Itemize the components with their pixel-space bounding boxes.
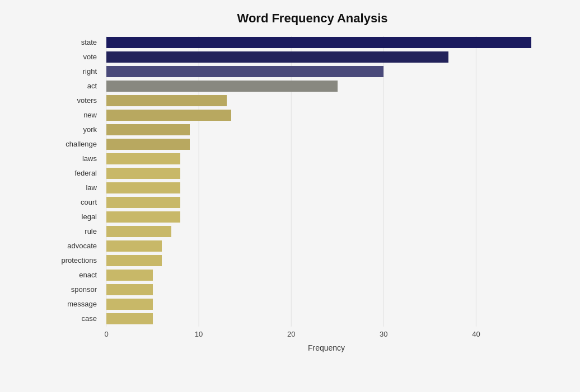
bar-label: court xyxy=(53,197,102,208)
bar-label: voters xyxy=(53,95,102,106)
bar-fill xyxy=(106,255,162,266)
bar-row: court xyxy=(106,196,541,209)
x-axis-ticks: 010203040 xyxy=(106,330,541,342)
bar-fill xyxy=(106,124,190,135)
bar-row: message xyxy=(106,297,541,311)
bar-row: sponsor xyxy=(106,283,541,296)
bar-row: law xyxy=(106,181,541,195)
bar-row: legal xyxy=(106,210,541,224)
bar-fill xyxy=(106,37,531,48)
bar-fill xyxy=(106,284,153,295)
bar-fill xyxy=(106,226,171,237)
bar-row: new xyxy=(106,108,541,122)
bars-container: statevoterightactvotersnewyorkchallengel… xyxy=(106,36,541,327)
bar-fill xyxy=(106,66,383,77)
bar-row: rule xyxy=(106,225,541,238)
bar-row: advocate xyxy=(106,239,541,253)
x-tick: 30 xyxy=(380,330,387,338)
x-axis-label: Frequency xyxy=(106,343,546,352)
bar-fill xyxy=(106,313,153,324)
bar-label: right xyxy=(53,66,102,77)
bar-row: act xyxy=(106,79,541,93)
bar-row: york xyxy=(106,123,541,136)
x-tick: 10 xyxy=(195,330,203,338)
bar-row: case xyxy=(106,312,541,325)
bar-row: federal xyxy=(106,167,541,180)
bar-label: message xyxy=(53,299,102,310)
bar-fill xyxy=(106,168,180,179)
bar-fill xyxy=(106,240,162,252)
bar-label: rule xyxy=(53,226,102,237)
chart-container: Word Frequency Analysis statevoterightac… xyxy=(0,0,580,392)
bar-label: act xyxy=(53,81,102,92)
bar-label: york xyxy=(53,124,102,135)
bar-row: laws xyxy=(106,152,541,166)
bar-fill xyxy=(106,81,338,92)
bar-label: enact xyxy=(53,270,102,281)
x-tick: 20 xyxy=(287,330,295,338)
bar-row: protections xyxy=(106,254,541,267)
bar-fill xyxy=(106,139,190,150)
bar-fill xyxy=(106,211,180,223)
bar-label: new xyxy=(53,110,102,121)
x-tick: 0 xyxy=(104,330,108,338)
bar-fill xyxy=(106,95,227,106)
x-tick: 40 xyxy=(472,330,480,338)
bar-row: voters xyxy=(106,94,541,107)
bar-label: law xyxy=(53,182,102,193)
bar-row: enact xyxy=(106,268,541,282)
bar-label: advocate xyxy=(53,240,102,252)
bar-row: right xyxy=(106,65,541,78)
bar-fill xyxy=(106,299,153,310)
x-axis: 010203040 Frequency xyxy=(106,330,546,352)
bar-fill xyxy=(106,270,153,281)
bar-label: state xyxy=(53,37,102,48)
bar-row: vote xyxy=(106,50,541,64)
bar-label: challenge xyxy=(53,139,102,150)
bar-fill xyxy=(106,51,448,63)
bar-label: vote xyxy=(53,51,102,63)
bar-row: state xyxy=(106,36,541,49)
bar-fill xyxy=(106,197,180,208)
bar-label: legal xyxy=(53,211,102,223)
bar-row: challenge xyxy=(106,138,541,151)
chart-title: Word Frequency Analysis xyxy=(56,11,546,26)
bar-label: laws xyxy=(53,153,102,164)
bar-fill xyxy=(106,110,231,121)
bar-label: case xyxy=(53,313,102,324)
bar-fill xyxy=(106,182,180,193)
bar-label: protections xyxy=(53,255,102,266)
bar-label: federal xyxy=(53,168,102,179)
bar-fill xyxy=(106,153,180,164)
bar-label: sponsor xyxy=(53,284,102,295)
